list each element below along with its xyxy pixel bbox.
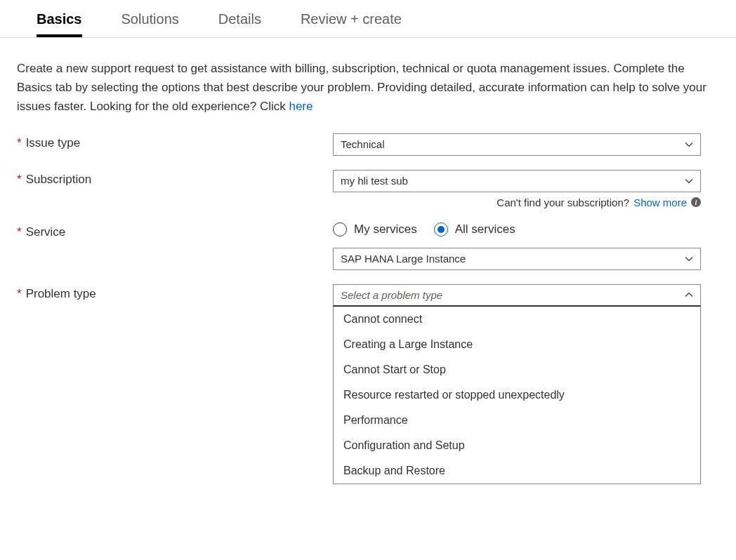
service-scope-radios: My services All services: [333, 222, 701, 236]
required-marker: *: [17, 136, 22, 150]
problem-type-select[interactable]: Select a problem type: [333, 284, 701, 307]
intro-paragraph: Create a new support request to get assi…: [17, 59, 719, 116]
chevron-down-icon: [685, 140, 693, 149]
show-more-link[interactable]: Show more: [633, 196, 687, 208]
problem-type-dropdown: Cannot connect Creating a Large Instance…: [333, 307, 701, 484]
problem-option[interactable]: Cannot Start or Stop: [334, 357, 700, 382]
info-icon[interactable]: i: [691, 197, 701, 207]
old-experience-link[interactable]: here: [289, 100, 313, 113]
subscription-label: * Subscription: [17, 170, 333, 187]
tabs-bar: Basics Solutions Details Review + create: [17, 0, 719, 37]
required-marker: *: [17, 287, 22, 301]
chevron-down-icon: [685, 177, 693, 185]
required-marker: *: [17, 173, 22, 187]
problem-option[interactable]: Configuration and Setup: [334, 433, 700, 458]
tab-basics[interactable]: Basics: [37, 11, 82, 37]
tabs-divider: [0, 37, 736, 38]
required-marker: *: [17, 225, 22, 239]
radio-label: My services: [354, 222, 417, 236]
problem-option[interactable]: Backup and Restore: [334, 458, 700, 484]
tab-review-create[interactable]: Review + create: [301, 11, 402, 37]
subscription-help: Can't find your subscription? Show more …: [333, 196, 701, 208]
problem-type-label: * Problem type: [17, 284, 333, 301]
subscription-select[interactable]: my hli test sub: [333, 170, 701, 192]
problem-option[interactable]: Cannot connect: [334, 307, 700, 332]
subscription-help-text: Can't find your subscription?: [497, 196, 629, 208]
tab-solutions[interactable]: Solutions: [121, 11, 179, 37]
radio-icon: [333, 222, 347, 236]
intro-text: Create a new support request to get assi…: [17, 62, 707, 113]
subscription-value: my hli test sub: [341, 175, 685, 187]
problem-type-placeholder: Select a problem type: [341, 289, 685, 301]
problem-option[interactable]: Performance: [334, 408, 700, 433]
chevron-down-icon: [685, 255, 693, 263]
problem-option[interactable]: Resource restarted or stopped unexpected…: [334, 382, 700, 408]
radio-my-services[interactable]: My services: [333, 222, 417, 236]
radio-label: All services: [455, 222, 515, 236]
service-label: * Service: [17, 222, 333, 239]
service-select[interactable]: SAP HANA Large Instance: [333, 248, 701, 270]
issue-type-label: * Issue type: [17, 133, 333, 150]
issue-type-select[interactable]: Technical: [333, 133, 701, 156]
issue-type-value: Technical: [341, 138, 685, 150]
radio-all-services[interactable]: All services: [434, 222, 515, 236]
tab-details[interactable]: Details: [218, 11, 261, 37]
chevron-up-icon: [685, 291, 693, 299]
problem-option[interactable]: Creating a Large Instance: [334, 332, 700, 357]
radio-icon: [434, 222, 448, 236]
service-value: SAP HANA Large Instance: [341, 253, 685, 265]
